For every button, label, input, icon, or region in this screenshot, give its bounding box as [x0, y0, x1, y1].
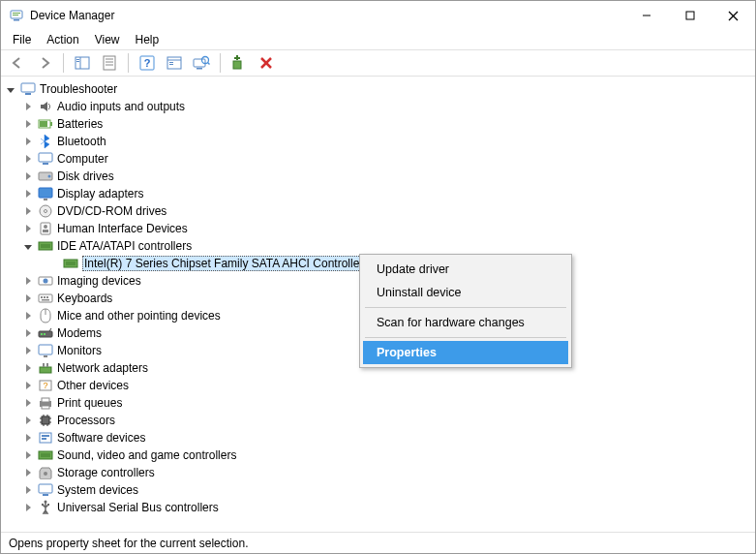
tree-category[interactable]: Print queues	[1, 394, 755, 412]
menu-file[interactable]: File	[7, 31, 37, 48]
tree-category[interactable]: System devices	[1, 481, 755, 499]
category-icon	[38, 447, 53, 463]
ctx-uninstall-device[interactable]: Uninstall device	[363, 281, 568, 304]
tree-category[interactable]: Universal Serial Bus controllers	[1, 499, 755, 516]
svg-point-63	[44, 333, 45, 335]
window-controls	[624, 1, 755, 30]
category-icon	[38, 308, 53, 323]
expand-toggle-icon[interactable]	[22, 153, 34, 165]
context-menu: Update driver Uninstall device Scan for …	[359, 254, 572, 368]
svg-rect-91	[39, 484, 52, 493]
tree-category[interactable]: Software devices	[1, 429, 755, 446]
expand-toggle-icon[interactable]	[5, 83, 16, 95]
ctx-properties[interactable]: Properties	[363, 341, 568, 364]
tree-root[interactable]: Troubleshooter	[1, 80, 755, 98]
expand-toggle-icon[interactable]	[22, 205, 34, 217]
category-icon	[38, 430, 53, 446]
expand-toggle-icon[interactable]	[22, 118, 34, 130]
expand-toggle-icon[interactable]	[22, 101, 34, 112]
tree-category-label: Bluetooth	[57, 135, 106, 148]
ctx-separator	[365, 307, 566, 308]
expand-toggle-icon[interactable]	[22, 502, 34, 513]
maximize-button[interactable]	[668, 1, 711, 30]
svg-rect-36	[39, 153, 52, 162]
svg-rect-28	[234, 57, 240, 59]
expand-toggle-icon[interactable]	[22, 292, 34, 304]
help-button[interactable]: ?	[136, 52, 158, 74]
expand-toggle-icon[interactable]	[22, 327, 34, 339]
tree-category-label: Batteries	[57, 117, 103, 131]
tree-category[interactable]: Sound, video and game controllers	[1, 446, 755, 464]
expand-toggle-icon[interactable]	[22, 467, 34, 478]
category-icon	[38, 343, 53, 358]
expand-toggle-icon[interactable]	[22, 484, 34, 496]
tree-category-label: Processors	[57, 414, 115, 427]
expand-toggle-icon[interactable]	[22, 397, 34, 409]
tree-category[interactable]: Audio inputs and outputs	[1, 98, 755, 115]
scan-hardware-button[interactable]	[191, 52, 212, 74]
tree-category-label: Human Interface Devices	[57, 222, 188, 235]
tree-category[interactable]: Storage controllers	[1, 464, 755, 481]
tree-category-label: Other devices	[57, 379, 129, 392]
tree-category[interactable]: Human Interface Devices	[1, 220, 755, 237]
tree-category[interactable]: DVD/CD-ROM drives	[1, 202, 755, 220]
menu-help[interactable]: Help	[130, 31, 166, 48]
properties-button[interactable]	[99, 52, 120, 74]
svg-rect-3	[13, 15, 18, 15]
forward-button[interactable]	[34, 52, 55, 74]
svg-rect-57	[44, 296, 45, 298]
expand-toggle-icon[interactable]	[22, 345, 34, 356]
menu-view[interactable]: View	[89, 31, 126, 48]
expand-toggle-icon[interactable]	[22, 240, 34, 252]
svg-rect-92	[43, 494, 48, 496]
tree-category[interactable]: Display adapters	[1, 185, 755, 202]
expand-toggle-icon[interactable]	[22, 449, 34, 461]
tree-category[interactable]: Processors	[1, 412, 755, 429]
tree-category[interactable]: ?Other devices	[1, 377, 755, 394]
svg-point-94	[42, 504, 44, 506]
category-icon	[38, 325, 53, 341]
svg-line-25	[208, 63, 210, 65]
action-button[interactable]	[164, 52, 185, 74]
svg-point-39	[48, 175, 51, 178]
expand-toggle-icon[interactable]	[22, 362, 34, 374]
svg-rect-69	[46, 363, 48, 367]
ctx-update-driver[interactable]: Update driver	[363, 258, 568, 281]
expand-toggle-icon[interactable]	[22, 275, 34, 287]
minimize-button[interactable]	[624, 1, 668, 30]
back-button[interactable]	[7, 52, 28, 74]
status-text: Opens property sheet for the current sel…	[9, 537, 248, 550]
tree-category-label: Mice and other pointing devices	[57, 309, 221, 323]
svg-point-43	[45, 210, 47, 213]
tree-category[interactable]: Computer	[1, 150, 755, 168]
show-hide-console-tree-button[interactable]	[72, 52, 93, 74]
expand-toggle-icon[interactable]	[22, 188, 34, 200]
add-legacy-hardware-button[interactable]	[228, 52, 250, 74]
tree-category-label: Network adapters	[57, 361, 148, 375]
svg-rect-37	[43, 163, 48, 165]
expand-toggle-icon[interactable]	[22, 432, 34, 444]
category-icon	[38, 482, 53, 498]
expand-toggle-icon[interactable]	[22, 136, 34, 147]
expand-toggle-icon[interactable]	[22, 310, 34, 322]
statusbar: Opens property sheet for the current sel…	[1, 532, 755, 553]
category-icon	[38, 151, 53, 167]
close-button[interactable]	[711, 1, 755, 30]
svg-rect-75	[42, 416, 49, 424]
expand-toggle-icon[interactable]	[22, 170, 34, 182]
ctx-scan-hardware[interactable]: Scan for hardware changes	[363, 311, 568, 334]
tree-category-label: Software devices	[57, 431, 145, 445]
tree-category[interactable]: Bluetooth	[1, 133, 755, 150]
uninstall-button[interactable]	[256, 52, 277, 74]
tree-category[interactable]: Disk drives	[1, 168, 755, 185]
tree-category[interactable]: Batteries	[1, 115, 755, 133]
menu-action[interactable]: Action	[41, 31, 84, 48]
expand-toggle-icon[interactable]	[22, 380, 34, 391]
device-tree[interactable]: Troubleshooter Audio inputs and outputsB…	[1, 77, 755, 532]
device-manager-icon	[9, 8, 24, 23]
tree-category[interactable]: IDE ATA/ATAPI controllers	[1, 237, 755, 255]
expand-toggle-icon[interactable]	[22, 415, 34, 426]
expand-toggle-icon[interactable]	[22, 223, 34, 234]
svg-point-54	[44, 279, 48, 284]
tree-category-label: Imaging devices	[57, 274, 141, 288]
